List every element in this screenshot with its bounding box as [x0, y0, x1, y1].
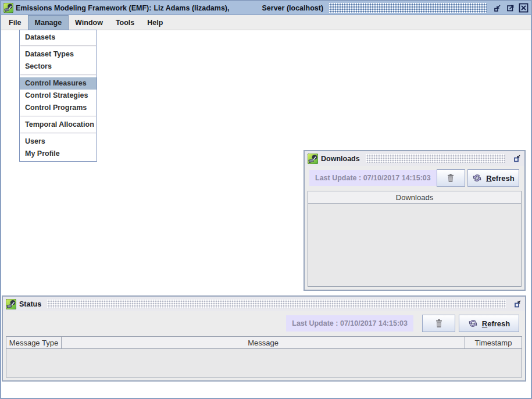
- column-header-downloads[interactable]: Downloads: [308, 191, 521, 203]
- manage-menu-popup: Datasets Dataset Types Sectors Control M…: [19, 30, 97, 162]
- clear-status-button[interactable]: [422, 315, 455, 332]
- refresh-downloads-button[interactable]: Refresh: [467, 169, 519, 187]
- menu-help[interactable]: Help: [141, 15, 169, 30]
- menu-tools[interactable]: Tools: [109, 15, 141, 30]
- menu-item-control-strategies[interactable]: Control Strategies: [20, 90, 97, 102]
- status-titlebar[interactable]: Status: [3, 297, 525, 312]
- menu-item-temporal-allocation[interactable]: Temporal Allocation: [20, 119, 97, 131]
- restore-icon[interactable]: [512, 299, 522, 309]
- last-update-label: Last Update : 07/10/2017 14:15:03: [309, 170, 437, 186]
- refresh-icon: [472, 173, 482, 183]
- menu-item-dataset-types[interactable]: Dataset Types: [20, 48, 97, 60]
- status-table-body[interactable]: [6, 349, 522, 377]
- window-user: Liz Adams (lizadams),: [153, 4, 229, 12]
- downloads-content: Last Update : 07/10/2017 14:15:03: [305, 166, 524, 290]
- downloads-table-header: Downloads: [308, 191, 521, 204]
- clear-downloads-button[interactable]: [437, 169, 465, 187]
- titlebar-texture: [47, 300, 506, 308]
- menu-item-sectors[interactable]: Sectors: [20, 60, 97, 73]
- titlebar-texture: [329, 3, 487, 13]
- column-header-message[interactable]: Message: [62, 337, 465, 348]
- downloads-title: Downloads: [321, 155, 360, 163]
- column-header-message-type[interactable]: Message Type: [6, 337, 62, 348]
- menu-separator: [20, 116, 96, 117]
- menu-item-datasets[interactable]: Datasets: [20, 31, 97, 44]
- downloads-titlebar[interactable]: Downloads: [305, 151, 524, 166]
- window-title: Emissions Modeling Framework (EMF):: [16, 4, 151, 12]
- status-table: Message Type Message Timestamp: [6, 336, 522, 377]
- menu-separator: [20, 133, 96, 134]
- last-update-label: Last Update : 07/10/2017 14:15:03: [286, 315, 413, 332]
- menu-item-control-measures[interactable]: Control Measures: [20, 77, 97, 90]
- maximize-icon[interactable]: [505, 3, 516, 13]
- status-table-header: Message Type Message Timestamp: [6, 337, 522, 349]
- menu-item-control-programs[interactable]: Control Programs: [20, 102, 97, 114]
- refresh-icon: [468, 319, 478, 328]
- trash-icon: [447, 173, 455, 183]
- menu-file[interactable]: File: [2, 15, 28, 30]
- titlebar-texture: [366, 154, 505, 163]
- column-header-timestamp[interactable]: Timestamp: [465, 337, 522, 348]
- close-icon[interactable]: [518, 3, 529, 13]
- emf-logo-icon: [3, 3, 13, 13]
- menubar: File Manage Window Tools Help: [1, 15, 531, 30]
- menu-manage[interactable]: Manage: [28, 15, 69, 30]
- window-server: Server (localhost): [262, 4, 324, 12]
- emf-application-window: Emissions Modeling Framework (EMF): Liz …: [0, 0, 532, 399]
- menu-separator: [20, 45, 96, 47]
- downloads-table: Downloads: [308, 191, 522, 287]
- status-window: Status Last Update : 07/10/2017 14:15:03: [2, 295, 526, 382]
- emf-logo-icon: [308, 154, 318, 164]
- downloads-table-body[interactable]: [308, 204, 521, 286]
- menu-item-my-profile[interactable]: My Profile: [20, 148, 97, 160]
- minimize-icon[interactable]: [492, 3, 503, 13]
- menu-item-users[interactable]: Users: [20, 136, 97, 148]
- restore-icon[interactable]: [511, 154, 522, 164]
- status-toolbar: Last Update : 07/10/2017 14:15:03: [286, 315, 519, 332]
- emf-logo-icon: [6, 299, 16, 309]
- menu-window[interactable]: Window: [69, 15, 109, 30]
- window-titlebar[interactable]: Emissions Modeling Framework (EMF): Liz …: [1, 1, 531, 15]
- status-title: Status: [19, 300, 41, 308]
- refresh-status-button[interactable]: Refresh: [459, 315, 519, 332]
- trash-icon: [435, 319, 443, 328]
- downloads-toolbar: Last Update : 07/10/2017 14:15:03: [309, 169, 519, 187]
- menu-separator: [20, 74, 96, 76]
- downloads-window: Downloads Last Update : 07/10/2017 14:15…: [304, 150, 526, 291]
- status-content: Last Update : 07/10/2017 14:15:03: [3, 311, 525, 380]
